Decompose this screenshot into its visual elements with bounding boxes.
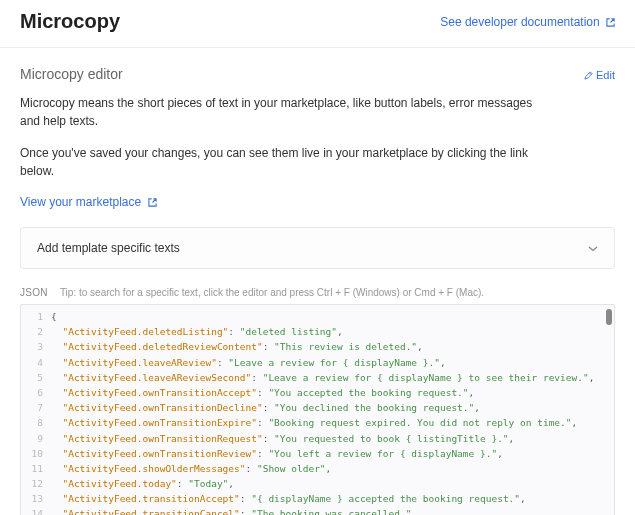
code-content: "ActivityFeed.showOlderMessages": "Show … xyxy=(51,461,614,476)
code-line[interactable]: 7 "ActivityFeed.ownTransitionDecline": "… xyxy=(21,400,614,415)
accordion-label: Add template specific texts xyxy=(37,241,180,255)
code-line[interactable]: 8 "ActivityFeed.ownTransitionExpire": "B… xyxy=(21,415,614,430)
code-content: "ActivityFeed.transitionAccept": "{ disp… xyxy=(51,491,614,506)
line-number: 10 xyxy=(21,446,51,461)
code-content: "ActivityFeed.ownTransitionDecline": "Yo… xyxy=(51,400,614,415)
edit-link[interactable]: Edit xyxy=(581,69,615,81)
line-number: 4 xyxy=(21,355,51,370)
line-number: 12 xyxy=(21,476,51,491)
line-number: 7 xyxy=(21,400,51,415)
scrollbar-thumb[interactable] xyxy=(606,309,612,325)
code-line[interactable]: 2 "ActivityFeed.deletedListing": "delete… xyxy=(21,324,614,339)
content-area: Microcopy editor Edit Microcopy means th… xyxy=(0,48,635,515)
code-content: "ActivityFeed.ownTransitionRequest": "Yo… xyxy=(51,431,614,446)
json-badge: JSON xyxy=(20,287,48,298)
code-content: "ActivityFeed.leaveAReviewSecond": "Leav… xyxy=(51,370,614,385)
code-content: "ActivityFeed.transitionCancel": "The bo… xyxy=(51,506,614,515)
add-template-texts-accordion[interactable]: Add template specific texts xyxy=(20,227,615,269)
edit-label: Edit xyxy=(596,69,615,81)
description-2: Once you've saved your changes, you can … xyxy=(20,144,540,180)
code-content: "ActivityFeed.ownTransitionExpire": "Boo… xyxy=(51,415,614,430)
pencil-icon xyxy=(584,71,593,80)
code-content: "ActivityFeed.ownTransitionAccept": "You… xyxy=(51,385,614,400)
code-line[interactable]: 13 "ActivityFeed.transitionAccept": "{ d… xyxy=(21,491,614,506)
code-line[interactable]: 6 "ActivityFeed.ownTransitionAccept": "Y… xyxy=(21,385,614,400)
line-number: 9 xyxy=(21,431,51,446)
view-marketplace-label: View your marketplace xyxy=(20,195,141,209)
code-content: "ActivityFeed.leaveAReview": "Leave a re… xyxy=(51,355,614,370)
json-editor[interactable]: 1{2 "ActivityFeed.deletedListing": "dele… xyxy=(20,304,615,515)
code-line[interactable]: 9 "ActivityFeed.ownTransitionRequest": "… xyxy=(21,431,614,446)
code-content: "ActivityFeed.deletedListing": "deleted … xyxy=(51,324,614,339)
view-marketplace-link[interactable]: View your marketplace xyxy=(20,195,157,209)
chevron-down-icon xyxy=(588,243,598,254)
code-line[interactable]: 5 "ActivityFeed.leaveAReviewSecond": "Le… xyxy=(21,370,614,385)
json-editor-scroll[interactable]: 1{2 "ActivityFeed.deletedListing": "dele… xyxy=(21,305,614,515)
code-line[interactable]: 3 "ActivityFeed.deletedReviewContent": "… xyxy=(21,339,614,354)
code-line[interactable]: 10 "ActivityFeed.ownTransitionReview": "… xyxy=(21,446,614,461)
code-content: "ActivityFeed.today": "Today", xyxy=(51,476,614,491)
description-1: Microcopy means the short pieces of text… xyxy=(20,94,540,130)
code-line[interactable]: 11 "ActivityFeed.showOlderMessages": "Sh… xyxy=(21,461,614,476)
code-line[interactable]: 1{ xyxy=(21,309,614,324)
line-number: 5 xyxy=(21,370,51,385)
line-number: 11 xyxy=(21,461,51,476)
external-link-icon xyxy=(606,18,615,27)
search-tip: Tip: to search for a specific text, clic… xyxy=(60,287,484,298)
line-number: 3 xyxy=(21,339,51,354)
code-content: { xyxy=(51,309,614,324)
code-content: "ActivityFeed.deletedReviewContent": "Th… xyxy=(51,339,614,354)
code-content: "ActivityFeed.ownTransitionReview": "You… xyxy=(51,446,614,461)
external-link-icon xyxy=(148,198,157,207)
code-line[interactable]: 14 "ActivityFeed.transitionCancel": "The… xyxy=(21,506,614,515)
code-line[interactable]: 12 "ActivityFeed.today": "Today", xyxy=(21,476,614,491)
developer-docs-label: See developer documentation xyxy=(440,15,599,29)
line-number: 1 xyxy=(21,309,51,324)
line-number: 14 xyxy=(21,506,51,515)
section-header: Microcopy editor Edit xyxy=(20,66,615,82)
line-number: 8 xyxy=(21,415,51,430)
page-header: Microcopy See developer documentation xyxy=(0,0,635,48)
line-number: 6 xyxy=(21,385,51,400)
editor-hint-row: JSON Tip: to search for a specific text,… xyxy=(20,287,615,298)
line-number: 13 xyxy=(21,491,51,506)
page-title: Microcopy xyxy=(20,10,120,33)
code-line[interactable]: 4 "ActivityFeed.leaveAReview": "Leave a … xyxy=(21,355,614,370)
section-title: Microcopy editor xyxy=(20,66,123,82)
developer-docs-link[interactable]: See developer documentation xyxy=(440,15,615,29)
line-number: 2 xyxy=(21,324,51,339)
